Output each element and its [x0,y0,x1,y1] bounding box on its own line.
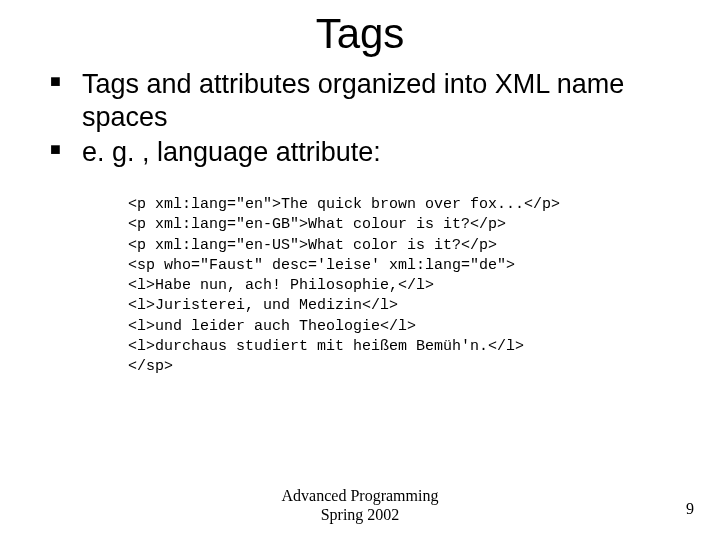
code-line: <p xml:lang="en">The quick brown over fo… [128,196,560,213]
footer-line-1: Advanced Programming [0,487,720,505]
code-line: </sp> [128,358,173,375]
slide-body: Tags and attributes organized into XML n… [0,68,720,377]
code-line: <l>Juristerei, und Medizin</l> [128,297,398,314]
code-line: <l>durchaus studiert mit heißem Bemüh'n.… [128,338,524,355]
code-line: <l>und leider auch Theologie</l> [128,318,416,335]
code-line: <l>Habe nun, ach! Philosophie,</l> [128,277,434,294]
bullet-item: e. g. , language attribute: [50,136,680,169]
slide-title: Tags [0,0,720,68]
code-line: <p xml:lang="en-GB">What colour is it?</… [128,216,506,233]
bullet-item: Tags and attributes organized into XML n… [50,68,680,134]
page-number: 9 [686,500,694,518]
bullet-list: Tags and attributes organized into XML n… [50,68,680,169]
slide: Tags Tags and attributes organized into … [0,0,720,540]
footer: Advanced Programming Spring 2002 [0,487,720,524]
code-block: <p xml:lang="en">The quick brown over fo… [128,175,680,378]
code-line: <p xml:lang="en-US">What color is it?</p… [128,237,497,254]
footer-line-2: Spring 2002 [0,506,720,524]
code-line: <sp who="Faust" desc='leise' xml:lang="d… [128,257,515,274]
